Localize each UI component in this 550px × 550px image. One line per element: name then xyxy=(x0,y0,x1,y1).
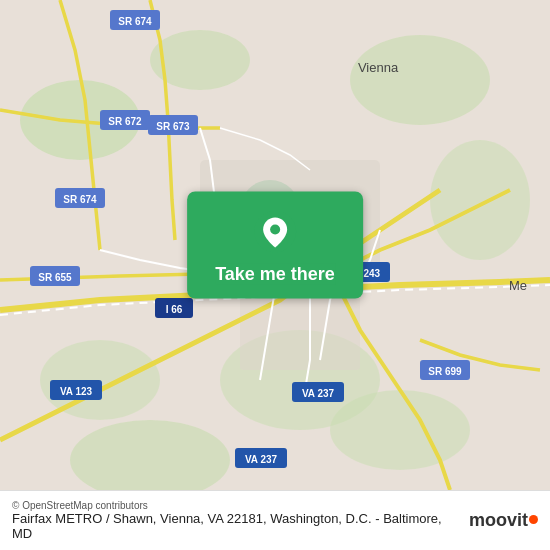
moovit-logo: moovit xyxy=(469,510,538,531)
map-container: SR 674 SR 672 SR 673 SR 674 SR 655 I 66 … xyxy=(0,0,550,490)
svg-point-8 xyxy=(330,390,470,470)
svg-text:VA 237: VA 237 xyxy=(245,454,278,465)
svg-text:VA 237: VA 237 xyxy=(302,388,335,399)
svg-text:Vienna: Vienna xyxy=(358,60,399,75)
svg-text:SR 673: SR 673 xyxy=(156,121,190,132)
svg-point-37 xyxy=(270,225,280,235)
moovit-text: moovit xyxy=(469,510,528,531)
svg-rect-10 xyxy=(240,290,360,370)
take-me-there-button[interactable]: Take me there xyxy=(215,264,335,285)
svg-text:SR 699: SR 699 xyxy=(428,366,462,377)
green-box: Take me there xyxy=(187,192,363,299)
svg-text:Me: Me xyxy=(509,278,527,293)
location-pin-icon xyxy=(253,210,297,254)
svg-text:I 66: I 66 xyxy=(166,304,183,315)
button-overlay: Take me there xyxy=(187,192,363,299)
attribution-label: © OpenStreetMap contributors xyxy=(12,500,148,511)
svg-text:SR 674: SR 674 xyxy=(118,16,152,27)
svg-text:SR 672: SR 672 xyxy=(108,116,142,127)
svg-text:SR 655: SR 655 xyxy=(38,272,72,283)
moovit-dot xyxy=(529,515,538,524)
svg-text:SR 674: SR 674 xyxy=(63,194,97,205)
svg-text:VA 123: VA 123 xyxy=(60,386,93,397)
bottom-bar: © OpenStreetMap contributors Fairfax MET… xyxy=(0,490,550,550)
location-info: Fairfax METRO / Shawn, Vienna, VA 22181,… xyxy=(12,511,461,541)
svg-point-3 xyxy=(350,35,490,125)
attribution-text: © OpenStreetMap contributors xyxy=(12,500,461,511)
svg-point-4 xyxy=(430,140,530,260)
